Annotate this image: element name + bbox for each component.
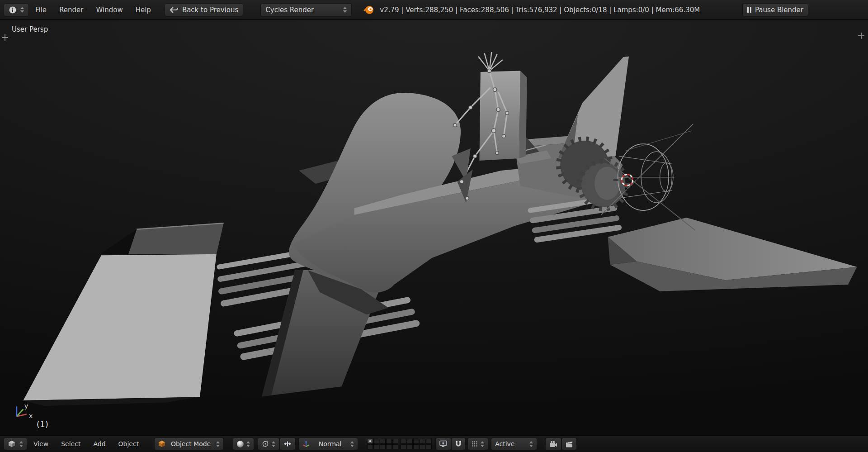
axis-x-label: x	[29, 412, 33, 419]
layer-cell[interactable]	[420, 444, 425, 449]
layer-cell[interactable]	[373, 444, 379, 449]
layer-cell[interactable]	[401, 439, 406, 444]
menu-add[interactable]: Add	[87, 440, 112, 447]
layer-cell[interactable]	[413, 444, 419, 449]
updown-arrows-icon	[343, 7, 347, 13]
pause-blender-button[interactable]: Pause Blender	[742, 3, 808, 17]
model-left-wing[interactable]	[23, 223, 223, 406]
render-engine-value: Cycles Render	[265, 6, 314, 14]
menu-render[interactable]: Render	[53, 6, 90, 14]
menu-view[interactable]: View	[27, 440, 55, 447]
manipulate-center-points-toggle[interactable]	[279, 438, 296, 450]
render-engine-select[interactable]: Cycles Render	[260, 3, 352, 17]
updown-arrows-icon	[19, 441, 23, 447]
camera-icon	[549, 441, 557, 447]
layer-cell[interactable]	[367, 444, 373, 449]
viewport-header: View Select Add Object Object Mode	[0, 435, 868, 452]
opengl-render-animation-button[interactable]	[561, 438, 577, 450]
snap-target-select[interactable]: Active	[491, 438, 537, 450]
sphere-icon	[237, 441, 244, 447]
scene-statistics: v2.79 | Verts:288,250 | Faces:288,506 | …	[380, 6, 700, 14]
updown-arrows-icon	[529, 441, 533, 447]
layers-widget	[367, 439, 432, 449]
blender-window: File Render Window Help Back to Previous…	[0, 0, 868, 452]
model-right-wing[interactable]	[608, 218, 857, 291]
pause-blender-label: Pause Blender	[755, 6, 803, 14]
layer-cell[interactable]	[392, 439, 398, 444]
layer-cell[interactable]	[413, 439, 419, 444]
view-name-label: User Persp	[12, 25, 48, 33]
layer-group	[367, 439, 398, 449]
viewport-cube-icon	[8, 440, 16, 448]
menu-select[interactable]: Select	[55, 440, 87, 447]
area-expand-handle-right-icon[interactable]	[858, 33, 864, 39]
axis-icon	[302, 440, 310, 447]
layer-cell[interactable]	[373, 439, 379, 444]
layer-cell[interactable]	[426, 444, 432, 449]
snap-target-value: Active	[495, 440, 514, 447]
layer-cell[interactable]	[367, 439, 373, 444]
back-arrow-icon	[170, 7, 179, 13]
snap-element-select[interactable]	[467, 438, 488, 450]
clapperboard-icon	[566, 441, 573, 447]
layer-cell[interactable]	[386, 444, 392, 449]
model-back-panel[interactable]	[479, 71, 527, 161]
axis-gizmo: x y	[17, 402, 33, 419]
interaction-mode-value: Object Mode	[171, 440, 211, 447]
layer-cell[interactable]	[386, 439, 392, 444]
3d-viewport[interactable]: x y (1) User Persp	[0, 20, 868, 435]
updown-arrows-icon	[350, 441, 354, 447]
axis-y-label: y	[24, 402, 28, 409]
pause-icon	[747, 7, 751, 13]
menu-window[interactable]: Window	[90, 6, 129, 14]
magnet-icon	[455, 440, 462, 447]
info-header: File Render Window Help Back to Previous…	[0, 0, 868, 20]
layer-cell[interactable]	[420, 439, 425, 444]
back-to-previous-label: Back to Previous	[182, 6, 238, 14]
pivot-point-select[interactable]	[258, 438, 279, 450]
scene-canvas[interactable]: x y (1)	[0, 20, 868, 435]
layer-cell[interactable]	[426, 439, 432, 444]
snap-toggle[interactable]	[451, 438, 466, 450]
object-cube-icon	[158, 440, 165, 447]
updown-arrows-icon	[216, 441, 220, 447]
transform-orientation-value: Normal	[319, 440, 342, 447]
pivot-median-icon	[262, 440, 269, 447]
opengl-render-button[interactable]	[545, 438, 561, 450]
layer-group	[401, 439, 432, 449]
menu-help[interactable]: Help	[129, 6, 157, 14]
blender-logo-icon	[363, 5, 374, 15]
updown-arrows-icon	[20, 7, 24, 13]
transform-orientation-select[interactable]: Normal	[298, 438, 358, 450]
lock-to-scene-toggle[interactable]	[435, 438, 451, 450]
center-points-icon	[283, 441, 292, 447]
menu-object[interactable]: Object	[112, 440, 146, 447]
editor-type-button-3dview[interactable]	[4, 438, 27, 450]
info-icon	[9, 6, 17, 14]
screen-lock-icon	[439, 440, 447, 447]
layer-cell[interactable]	[407, 444, 413, 449]
updown-arrows-icon	[246, 441, 250, 447]
editor-type-button[interactable]	[4, 3, 29, 17]
layer-cell[interactable]	[407, 439, 413, 444]
active-layer-indicator: (1)	[37, 419, 48, 429]
back-to-previous-button[interactable]: Back to Previous	[165, 3, 243, 17]
layer-cell[interactable]	[380, 444, 386, 449]
layer-cell[interactable]	[392, 444, 398, 449]
increment-snap-icon	[472, 441, 478, 447]
viewport-shading-select[interactable]	[233, 438, 254, 450]
menu-file[interactable]: File	[29, 6, 53, 14]
area-expand-handle-left-icon[interactable]	[2, 34, 8, 41]
updown-arrows-icon	[272, 441, 275, 447]
layer-cell[interactable]	[401, 444, 406, 449]
layer-cell[interactable]	[380, 439, 386, 444]
updown-arrows-icon	[481, 441, 484, 447]
interaction-mode-select[interactable]: Object Mode	[154, 438, 224, 450]
